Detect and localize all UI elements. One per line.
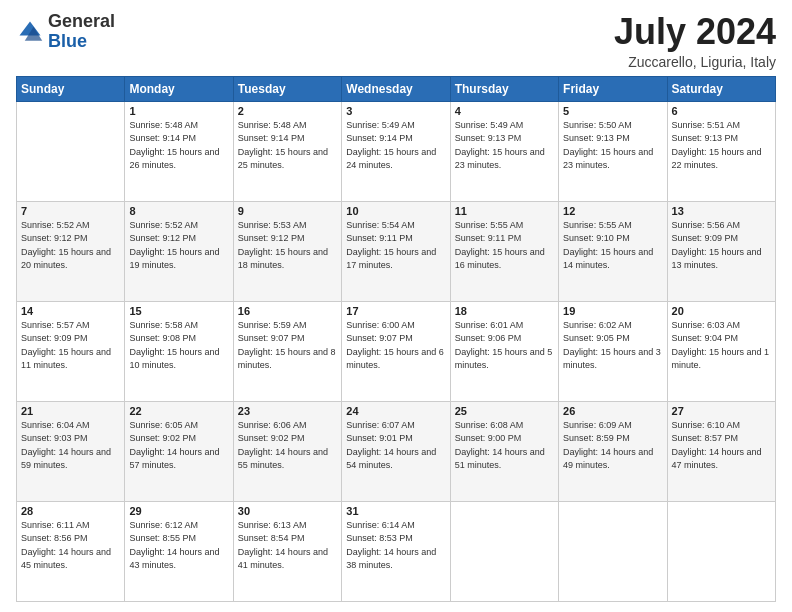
day-number: 8: [129, 205, 228, 217]
calendar-cell: 26Sunrise: 6:09 AMSunset: 8:59 PMDayligh…: [559, 401, 667, 501]
calendar-cell: 2Sunrise: 5:48 AMSunset: 9:14 PMDaylight…: [233, 101, 341, 201]
calendar-week-row: 1Sunrise: 5:48 AMSunset: 9:14 PMDaylight…: [17, 101, 776, 201]
day-info: Sunrise: 6:12 AMSunset: 8:55 PMDaylight:…: [129, 519, 228, 573]
calendar-cell: 21Sunrise: 6:04 AMSunset: 9:03 PMDayligh…: [17, 401, 125, 501]
calendar-cell: 20Sunrise: 6:03 AMSunset: 9:04 PMDayligh…: [667, 301, 775, 401]
calendar-cell: 11Sunrise: 5:55 AMSunset: 9:11 PMDayligh…: [450, 201, 558, 301]
day-number: 29: [129, 505, 228, 517]
day-number: 1: [129, 105, 228, 117]
day-info: Sunrise: 6:04 AMSunset: 9:03 PMDaylight:…: [21, 419, 120, 473]
calendar-cell: 15Sunrise: 5:58 AMSunset: 9:08 PMDayligh…: [125, 301, 233, 401]
weekday-header: Tuesday: [233, 76, 341, 101]
day-number: 19: [563, 305, 662, 317]
day-info: Sunrise: 5:59 AMSunset: 9:07 PMDaylight:…: [238, 319, 337, 373]
calendar-cell: 16Sunrise: 5:59 AMSunset: 9:07 PMDayligh…: [233, 301, 341, 401]
weekday-header-row: SundayMondayTuesdayWednesdayThursdayFrid…: [17, 76, 776, 101]
day-number: 5: [563, 105, 662, 117]
logo-icon: [16, 18, 44, 46]
day-number: 20: [672, 305, 771, 317]
day-info: Sunrise: 5:55 AMSunset: 9:11 PMDaylight:…: [455, 219, 554, 273]
day-number: 21: [21, 405, 120, 417]
day-info: Sunrise: 5:52 AMSunset: 9:12 PMDaylight:…: [129, 219, 228, 273]
day-number: 28: [21, 505, 120, 517]
calendar-cell: [559, 501, 667, 601]
calendar-cell: [450, 501, 558, 601]
calendar-cell: 12Sunrise: 5:55 AMSunset: 9:10 PMDayligh…: [559, 201, 667, 301]
logo: General Blue: [16, 12, 115, 52]
day-number: 2: [238, 105, 337, 117]
calendar-cell: 8Sunrise: 5:52 AMSunset: 9:12 PMDaylight…: [125, 201, 233, 301]
day-number: 10: [346, 205, 445, 217]
calendar: SundayMondayTuesdayWednesdayThursdayFrid…: [16, 76, 776, 602]
calendar-cell: 5Sunrise: 5:50 AMSunset: 9:13 PMDaylight…: [559, 101, 667, 201]
header: General Blue July 2024 Zuccarello, Ligur…: [16, 12, 776, 70]
calendar-cell: 14Sunrise: 5:57 AMSunset: 9:09 PMDayligh…: [17, 301, 125, 401]
day-number: 27: [672, 405, 771, 417]
weekday-header: Friday: [559, 76, 667, 101]
weekday-header: Thursday: [450, 76, 558, 101]
day-number: 22: [129, 405, 228, 417]
weekday-header: Monday: [125, 76, 233, 101]
day-number: 31: [346, 505, 445, 517]
calendar-week-row: 28Sunrise: 6:11 AMSunset: 8:56 PMDayligh…: [17, 501, 776, 601]
calendar-cell: [17, 101, 125, 201]
day-info: Sunrise: 5:55 AMSunset: 9:10 PMDaylight:…: [563, 219, 662, 273]
day-number: 18: [455, 305, 554, 317]
calendar-week-row: 21Sunrise: 6:04 AMSunset: 9:03 PMDayligh…: [17, 401, 776, 501]
day-number: 17: [346, 305, 445, 317]
day-info: Sunrise: 5:50 AMSunset: 9:13 PMDaylight:…: [563, 119, 662, 173]
calendar-cell: 1Sunrise: 5:48 AMSunset: 9:14 PMDaylight…: [125, 101, 233, 201]
day-info: Sunrise: 6:09 AMSunset: 8:59 PMDaylight:…: [563, 419, 662, 473]
day-number: 13: [672, 205, 771, 217]
day-info: Sunrise: 6:14 AMSunset: 8:53 PMDaylight:…: [346, 519, 445, 573]
location: Zuccarello, Liguria, Italy: [614, 54, 776, 70]
weekday-header: Wednesday: [342, 76, 450, 101]
day-info: Sunrise: 6:07 AMSunset: 9:01 PMDaylight:…: [346, 419, 445, 473]
month-year: July 2024: [614, 12, 776, 52]
day-number: 23: [238, 405, 337, 417]
day-number: 24: [346, 405, 445, 417]
calendar-cell: 27Sunrise: 6:10 AMSunset: 8:57 PMDayligh…: [667, 401, 775, 501]
day-info: Sunrise: 5:49 AMSunset: 9:13 PMDaylight:…: [455, 119, 554, 173]
calendar-cell: 22Sunrise: 6:05 AMSunset: 9:02 PMDayligh…: [125, 401, 233, 501]
day-info: Sunrise: 5:48 AMSunset: 9:14 PMDaylight:…: [129, 119, 228, 173]
day-info: Sunrise: 5:54 AMSunset: 9:11 PMDaylight:…: [346, 219, 445, 273]
calendar-cell: 24Sunrise: 6:07 AMSunset: 9:01 PMDayligh…: [342, 401, 450, 501]
calendar-cell: 25Sunrise: 6:08 AMSunset: 9:00 PMDayligh…: [450, 401, 558, 501]
calendar-week-row: 14Sunrise: 5:57 AMSunset: 9:09 PMDayligh…: [17, 301, 776, 401]
day-number: 7: [21, 205, 120, 217]
calendar-week-row: 7Sunrise: 5:52 AMSunset: 9:12 PMDaylight…: [17, 201, 776, 301]
day-info: Sunrise: 5:48 AMSunset: 9:14 PMDaylight:…: [238, 119, 337, 173]
day-info: Sunrise: 5:56 AMSunset: 9:09 PMDaylight:…: [672, 219, 771, 273]
day-info: Sunrise: 6:00 AMSunset: 9:07 PMDaylight:…: [346, 319, 445, 373]
day-number: 12: [563, 205, 662, 217]
day-number: 4: [455, 105, 554, 117]
calendar-cell: 30Sunrise: 6:13 AMSunset: 8:54 PMDayligh…: [233, 501, 341, 601]
calendar-cell: 23Sunrise: 6:06 AMSunset: 9:02 PMDayligh…: [233, 401, 341, 501]
day-info: Sunrise: 6:01 AMSunset: 9:06 PMDaylight:…: [455, 319, 554, 373]
calendar-cell: 28Sunrise: 6:11 AMSunset: 8:56 PMDayligh…: [17, 501, 125, 601]
calendar-cell: [667, 501, 775, 601]
day-number: 11: [455, 205, 554, 217]
calendar-cell: 19Sunrise: 6:02 AMSunset: 9:05 PMDayligh…: [559, 301, 667, 401]
day-number: 14: [21, 305, 120, 317]
calendar-cell: 7Sunrise: 5:52 AMSunset: 9:12 PMDaylight…: [17, 201, 125, 301]
day-number: 30: [238, 505, 337, 517]
day-info: Sunrise: 5:51 AMSunset: 9:13 PMDaylight:…: [672, 119, 771, 173]
calendar-cell: 17Sunrise: 6:00 AMSunset: 9:07 PMDayligh…: [342, 301, 450, 401]
day-number: 26: [563, 405, 662, 417]
calendar-cell: 31Sunrise: 6:14 AMSunset: 8:53 PMDayligh…: [342, 501, 450, 601]
calendar-cell: 4Sunrise: 5:49 AMSunset: 9:13 PMDaylight…: [450, 101, 558, 201]
day-info: Sunrise: 5:53 AMSunset: 9:12 PMDaylight:…: [238, 219, 337, 273]
day-info: Sunrise: 5:57 AMSunset: 9:09 PMDaylight:…: [21, 319, 120, 373]
day-number: 15: [129, 305, 228, 317]
calendar-cell: 18Sunrise: 6:01 AMSunset: 9:06 PMDayligh…: [450, 301, 558, 401]
day-info: Sunrise: 5:58 AMSunset: 9:08 PMDaylight:…: [129, 319, 228, 373]
day-info: Sunrise: 6:02 AMSunset: 9:05 PMDaylight:…: [563, 319, 662, 373]
day-info: Sunrise: 6:13 AMSunset: 8:54 PMDaylight:…: [238, 519, 337, 573]
title-block: July 2024 Zuccarello, Liguria, Italy: [614, 12, 776, 70]
calendar-cell: 10Sunrise: 5:54 AMSunset: 9:11 PMDayligh…: [342, 201, 450, 301]
logo-text: General Blue: [48, 12, 115, 52]
calendar-cell: 3Sunrise: 5:49 AMSunset: 9:14 PMDaylight…: [342, 101, 450, 201]
calendar-cell: 9Sunrise: 5:53 AMSunset: 9:12 PMDaylight…: [233, 201, 341, 301]
